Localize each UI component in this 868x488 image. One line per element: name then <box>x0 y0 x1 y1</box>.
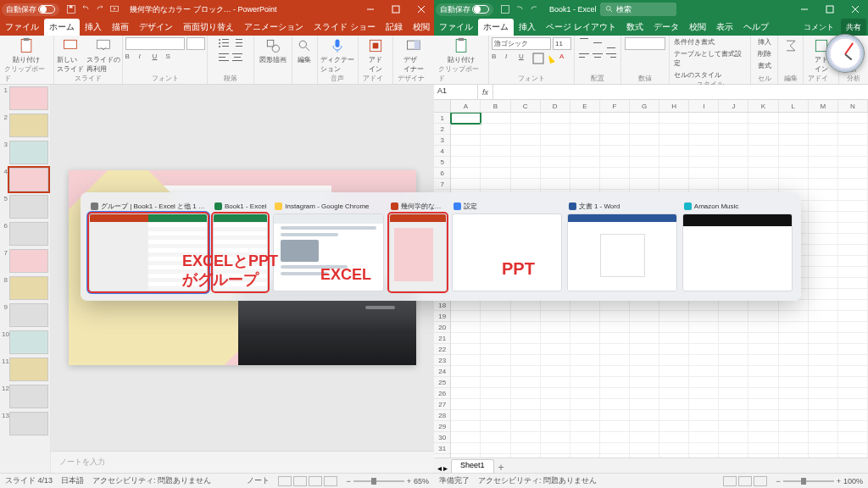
row-header[interactable]: 22 <box>434 344 451 355</box>
cell[interactable] <box>600 113 630 124</box>
cell[interactable] <box>659 443 689 454</box>
tab-pagelayout[interactable]: ページ レイアウト <box>541 19 621 36</box>
tab-transitions[interactable]: 画面切り替え <box>178 19 239 36</box>
slide-thumbnail[interactable]: 8 <box>2 276 48 300</box>
cell[interactable] <box>481 179 510 190</box>
shapes-button[interactable]: 図形描画 <box>259 37 287 64</box>
cell[interactable] <box>570 410 600 421</box>
cell[interactable] <box>689 421 719 432</box>
cell[interactable] <box>809 322 838 333</box>
cell[interactable] <box>838 168 868 179</box>
cell[interactable] <box>719 333 748 344</box>
cell[interactable] <box>809 344 838 355</box>
cell[interactable] <box>779 179 809 190</box>
minimize-button[interactable] <box>358 0 383 19</box>
row-header[interactable]: 27 <box>434 399 451 410</box>
cell[interactable] <box>809 355 838 366</box>
column-header[interactable]: H <box>659 100 689 112</box>
cell[interactable] <box>838 146 868 157</box>
column-header[interactable]: J <box>719 100 748 112</box>
cell[interactable] <box>838 300 868 311</box>
cell[interactable] <box>511 355 541 366</box>
row-header[interactable]: 21 <box>434 333 451 344</box>
border-icon[interactable] <box>532 53 544 64</box>
zoom-percent[interactable]: 100% <box>843 477 863 485</box>
align-left-icon[interactable] <box>578 52 590 64</box>
cell[interactable] <box>719 388 748 399</box>
cell[interactable] <box>779 366 809 377</box>
cell[interactable] <box>570 399 600 410</box>
row-header[interactable]: 24 <box>434 366 451 377</box>
cell[interactable] <box>719 410 748 421</box>
cell[interactable] <box>809 311 838 322</box>
cell[interactable] <box>570 443 600 454</box>
number-format-combo[interactable] <box>625 37 665 50</box>
cell[interactable] <box>541 399 570 410</box>
cell[interactable] <box>451 135 481 146</box>
cell[interactable] <box>748 135 778 146</box>
cell[interactable] <box>659 124 689 135</box>
cell[interactable] <box>779 421 809 432</box>
cell[interactable] <box>659 135 689 146</box>
cell[interactable] <box>719 300 748 311</box>
cell[interactable] <box>779 311 809 322</box>
cell[interactable] <box>570 388 600 399</box>
cell[interactable] <box>600 377 630 388</box>
row-header[interactable]: 31 <box>434 443 451 454</box>
name-box[interactable]: A1 <box>434 85 478 99</box>
cell[interactable] <box>809 366 838 377</box>
cell[interactable] <box>809 201 838 212</box>
font-color-button[interactable]: A <box>559 53 571 64</box>
cell[interactable] <box>779 388 809 399</box>
cell[interactable] <box>809 432 838 443</box>
cell[interactable] <box>779 168 809 179</box>
cell[interactable] <box>719 443 748 454</box>
cell[interactable] <box>779 135 809 146</box>
save-icon[interactable] <box>500 4 510 14</box>
cell[interactable] <box>541 377 570 388</box>
row-header[interactable]: 7 <box>434 179 451 190</box>
cell[interactable] <box>511 333 541 344</box>
cell[interactable] <box>719 421 748 432</box>
column-header[interactable]: N <box>838 100 868 112</box>
undo-icon[interactable] <box>81 4 91 14</box>
cell[interactable] <box>511 322 541 333</box>
tab-home[interactable]: ホーム <box>44 19 80 36</box>
cell[interactable] <box>748 146 778 157</box>
cell[interactable] <box>689 388 719 399</box>
cell[interactable] <box>659 410 689 421</box>
cell[interactable] <box>838 377 868 388</box>
cell[interactable] <box>570 311 600 322</box>
slide-thumbnail[interactable]: 13 <box>2 412 48 435</box>
cell[interactable] <box>719 124 748 135</box>
cell[interactable] <box>659 388 689 399</box>
cell[interactable] <box>748 168 778 179</box>
sorter-view-button[interactable] <box>293 476 307 486</box>
bullets-icon[interactable] <box>218 37 230 49</box>
slide-thumbnail[interactable]: 9 <box>2 303 48 327</box>
cell[interactable] <box>748 355 778 366</box>
cell[interactable] <box>451 443 481 454</box>
cell[interactable] <box>451 432 481 443</box>
cell[interactable] <box>659 157 689 168</box>
cell[interactable] <box>719 311 748 322</box>
underline-button[interactable]: U <box>519 53 531 64</box>
tab-data[interactable]: データ <box>648 19 684 36</box>
task-preview[interactable] <box>567 214 677 291</box>
bold-button[interactable]: B <box>125 53 137 64</box>
cell[interactable] <box>570 179 600 190</box>
maximize-button[interactable] <box>383 0 409 19</box>
align-middle-icon[interactable] <box>592 37 604 49</box>
cell[interactable] <box>719 399 748 410</box>
cell[interactable] <box>689 432 719 443</box>
cell[interactable] <box>689 344 719 355</box>
cell[interactable] <box>511 168 541 179</box>
cell[interactable] <box>630 377 659 388</box>
cell[interactable] <box>630 333 659 344</box>
cell[interactable] <box>600 322 630 333</box>
cell[interactable] <box>719 146 748 157</box>
cell[interactable] <box>630 179 659 190</box>
zoom-slider[interactable]: −+ 100% <box>776 477 863 485</box>
slide-thumbnail-panel[interactable]: 12345678910111213 <box>0 85 51 473</box>
task-thumbnail-powerpoint[interactable]: 幾何学的なカラー… <box>389 201 447 291</box>
